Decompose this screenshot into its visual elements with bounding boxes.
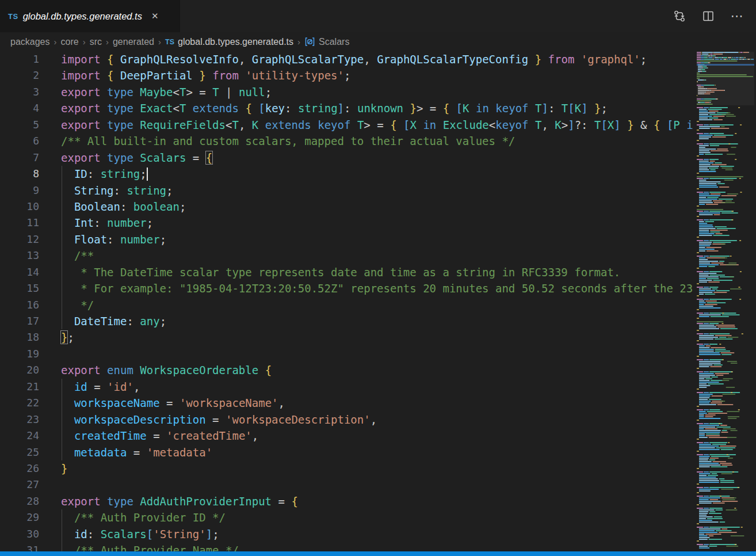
- code-text: String: string;: [61, 182, 173, 199]
- code-line[interactable]: 13 /**: [0, 247, 694, 264]
- tab-title: global.db.types.generated.ts: [23, 11, 142, 22]
- minimap[interactable]: [694, 51, 756, 551]
- code-line[interactable]: 3export type Maybe<T> = T | null;: [0, 84, 694, 100]
- chevron-right-icon: ›: [54, 37, 57, 47]
- code-line[interactable]: 28export type AddAuthProviderInput = {: [0, 493, 694, 509]
- code-line[interactable]: 7export type Scalars = {: [0, 150, 694, 166]
- code-text: Boolean: boolean;: [61, 199, 186, 215]
- line-number: 25: [0, 444, 39, 460]
- code-text: Int: number;: [61, 215, 153, 231]
- code-line[interactable]: 4export type Exact<T extends { [key: str…: [0, 100, 694, 116]
- code-line[interactable]: 2import { DeepPartial } from 'utility-ty…: [0, 67, 694, 83]
- code-line[interactable]: 10 Boolean: boolean;: [0, 199, 694, 215]
- breadcrumb: packages › core › src › generated › TS g…: [0, 32, 756, 51]
- line-number: 27: [0, 477, 39, 493]
- code-text: DateTime: any;: [61, 313, 166, 329]
- line-number: 18: [0, 329, 39, 345]
- line-number: 1: [0, 51, 39, 67]
- code-line[interactable]: 11 Int: number;: [0, 215, 694, 231]
- line-number: 20: [0, 362, 39, 378]
- tab-close-icon[interactable]: ✕: [149, 10, 161, 22]
- breadcrumb-symbol-scalars[interactable]: Scalars: [319, 37, 349, 47]
- code-line[interactable]: 21 id = 'id',: [0, 379, 694, 395]
- code-text: workspaceName = 'workspaceName',: [61, 395, 285, 411]
- code-text: /** All built-in and custom scalars, map…: [61, 133, 515, 149]
- code-line[interactable]: 22 workspaceName = 'workspaceName',: [0, 395, 694, 411]
- code-line[interactable]: 27: [0, 477, 694, 493]
- code-text: metadata = 'metadata': [61, 444, 212, 460]
- code-line[interactable]: 24 createdTime = 'createdTime',: [0, 428, 694, 444]
- code-line[interactable]: 15 * For example: "1985-04-12T23:20:50.5…: [0, 280, 694, 296]
- code-text: id = 'id',: [61, 379, 140, 395]
- code-line[interactable]: 17 DateTime: any;: [0, 313, 694, 329]
- line-number: 14: [0, 264, 39, 280]
- chevron-right-icon: ›: [297, 37, 300, 47]
- code-line[interactable]: 5export type RequireFields<T, K extends …: [0, 117, 694, 133]
- line-number: 9: [0, 182, 39, 199]
- more-actions-icon[interactable]: ⋯: [730, 9, 744, 24]
- code-line[interactable]: 19: [0, 346, 694, 362]
- code-line[interactable]: 1import { GraphQLResolveInfo, GraphQLSca…: [0, 51, 694, 67]
- code-line[interactable]: 6/** All built-in and custom scalars, ma…: [0, 133, 694, 149]
- code-text: export type Exact<T extends { [key: stri…: [61, 100, 608, 116]
- code-text: */: [61, 297, 94, 313]
- code-editor[interactable]: 1import { GraphQLResolveInfo, GraphQLSca…: [0, 51, 694, 551]
- tab-global-db-types-generated[interactable]: TS global.db.types.generated.ts ✕: [0, 0, 180, 32]
- code-line[interactable]: 18};: [0, 329, 694, 345]
- code-text: Float: number;: [61, 231, 166, 247]
- code-line[interactable]: 25 metadata = 'metadata': [0, 444, 694, 460]
- vscode-window: TS global.db.types.generated.ts ✕: [0, 0, 756, 556]
- line-number: 13: [0, 247, 39, 264]
- line-number: 5: [0, 117, 39, 133]
- breadcrumb-generated[interactable]: generated: [113, 37, 154, 47]
- line-number: 7: [0, 150, 39, 166]
- code-text: createdTime = 'createdTime',: [61, 428, 258, 444]
- code-line[interactable]: 12 Float: number;: [0, 231, 694, 247]
- line-number: 29: [0, 509, 39, 525]
- line-number: 10: [0, 199, 39, 215]
- code-line[interactable]: 16 */: [0, 297, 694, 313]
- typescript-file-icon: TS: [8, 12, 18, 21]
- line-number: 17: [0, 313, 39, 329]
- code-text: export type AddAuthProviderInput = {: [61, 493, 298, 509]
- code-line[interactable]: 20export enum WorkspaceOrderable {: [0, 362, 694, 378]
- text-cursor: [147, 167, 148, 181]
- code-line[interactable]: 14 * The DateTime scalar type represents…: [0, 264, 694, 280]
- code-text: * For example: "1985-04-12T23:20:50.52Z"…: [61, 280, 693, 296]
- split-editor-icon[interactable]: [701, 9, 716, 24]
- code-line[interactable]: 23 workspaceDescription = 'workspaceDesc…: [0, 412, 694, 428]
- tab-bar: TS global.db.types.generated.ts ✕: [0, 0, 756, 32]
- code-line[interactable]: 9 String: string;: [0, 182, 694, 199]
- line-number: 3: [0, 84, 39, 100]
- breadcrumb-packages[interactable]: packages: [10, 37, 50, 47]
- code-lines: 1import { GraphQLResolveInfo, GraphQLSca…: [0, 51, 694, 551]
- code-text: export type RequireFields<T, K extends k…: [61, 117, 694, 133]
- chevron-right-icon: ›: [158, 37, 161, 47]
- code-text: export type Scalars = {: [61, 150, 212, 166]
- code-text: export enum WorkspaceOrderable {: [61, 362, 272, 378]
- breadcrumb-core[interactable]: core: [61, 37, 79, 47]
- minimap-canvas: [697, 52, 754, 551]
- code-text: };: [61, 329, 74, 345]
- code-text: export type Maybe<T> = T | null;: [61, 84, 272, 100]
- code-line[interactable]: 26}: [0, 460, 694, 477]
- line-number: 21: [0, 379, 39, 395]
- line-number: 31: [0, 542, 39, 551]
- code-text: ID: string;: [61, 166, 147, 182]
- code-text: /** Auth Provider ID */: [61, 509, 226, 525]
- code-line[interactable]: 31 /** Auth Provider Name */: [0, 542, 694, 551]
- breadcrumb-file[interactable]: global.db.types.generated.ts: [178, 37, 293, 47]
- code-text: import { GraphQLResolveInfo, GraphQLScal…: [61, 51, 647, 67]
- code-text: }: [61, 460, 67, 477]
- line-number: 16: [0, 297, 39, 313]
- chevron-right-icon: ›: [83, 37, 86, 47]
- compare-changes-icon[interactable]: [672, 9, 687, 24]
- code-line[interactable]: 30 id: Scalars['String'];: [0, 526, 694, 542]
- code-line[interactable]: 8 ID: string;: [0, 166, 694, 182]
- code-line[interactable]: 29 /** Auth Provider ID */: [0, 509, 694, 525]
- breadcrumb-src[interactable]: src: [90, 37, 102, 47]
- line-number: 8: [0, 166, 39, 182]
- line-number: 24: [0, 428, 39, 444]
- line-number: 28: [0, 493, 39, 509]
- status-accent-bar: [0, 551, 756, 556]
